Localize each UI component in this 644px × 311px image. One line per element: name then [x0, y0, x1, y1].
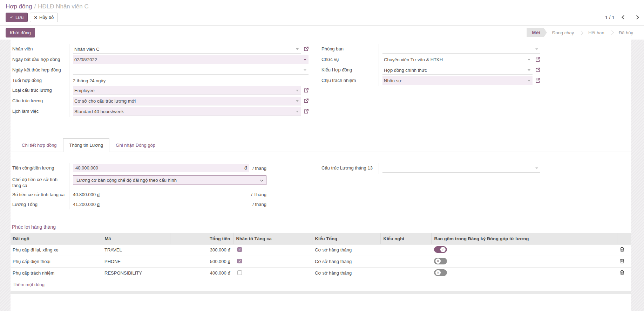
add-row-link[interactable]: Thêm một dòng [11, 279, 47, 290]
salary-structure-field[interactable]: Cơ sở cho cấu trúc lương mới [73, 97, 301, 105]
table-row[interactable]: Phụ cấp trách nhiệm RESPONSIBILITY 400.0… [11, 267, 631, 279]
tab-contribution-register[interactable]: Ghi nhận Đóng góp [109, 138, 162, 152]
status-step-cancelled[interactable]: Đã hủy [614, 28, 638, 37]
dropdown-caret-icon[interactable] [304, 69, 306, 71]
delete-row-icon[interactable] [620, 247, 624, 252]
month13-structure-field[interactable] [382, 164, 540, 173]
start-date-field[interactable]: 02/08/2022 [73, 55, 309, 64]
included-toggle[interactable]: × [434, 269, 447, 276]
benefit-code: TRAVEL [102, 244, 170, 256]
benefit-leave-type [380, 244, 431, 256]
select-chevron-icon [260, 178, 264, 181]
field-label-wage: Tiền công/tiền lương [12, 163, 69, 175]
included-toggle[interactable]: × [434, 258, 447, 264]
dropdown-caret-icon[interactable] [296, 100, 299, 102]
field-label-month13-structure: Cấu trúc Lương tháng 13 [321, 163, 379, 174]
statusbar-steps: Mới Đang chạy Hết hạn Đã hủy [527, 28, 638, 37]
col-header-amount[interactable]: Tổng tiền [170, 233, 233, 244]
dropdown-caret-icon[interactable] [296, 48, 299, 50]
benefits-table: Đãi ngộ Mã Tổng tiền Nhân tố Tăng ca Kiể… [11, 233, 631, 279]
field-label-start-date: Ngày bắt đầu hợp đồng [12, 55, 69, 65]
col-header-leave-type[interactable]: Kiểu nghỉ [380, 233, 431, 244]
ot-base-amount-value: 40.800.000 đ / Tháng [73, 191, 266, 197]
breadcrumb-parent-link[interactable]: Hợp đồng [6, 3, 32, 10]
external-link-icon[interactable] [535, 68, 540, 72]
discard-button[interactable]: × Hủy bỏ [30, 13, 58, 22]
col-header-ot-factor[interactable]: Nhân tố Tăng ca [233, 233, 312, 244]
ot-factor-checkbox[interactable] [237, 247, 242, 252]
tab-contract-details[interactable]: Chi tiết hợp đồng [15, 138, 63, 152]
save-button[interactable]: ✓ Lưu [6, 13, 28, 22]
dropdown-caret-icon[interactable] [528, 59, 530, 61]
benefit-name: Phụ cấp trách nhiệm [11, 267, 102, 279]
dropdown-caret-icon[interactable] [528, 69, 530, 71]
total-salary-unit: / tháng [252, 202, 266, 207]
ot-base-mode-select[interactable]: Lương cơ bản cộng chế độ đãi ngộ theo cấ… [73, 175, 266, 185]
form-statusbar: Khởi động Mới Đang chạy Hết hạn Đã hủy [0, 26, 644, 40]
table-row[interactable]: Phụ cấp đi lại, xăng xe TRAVEL 300.000đ … [11, 244, 631, 256]
delete-row-icon[interactable] [620, 258, 624, 263]
structure-type-field[interactable]: Employee [73, 86, 301, 95]
currency-symbol: đ [228, 270, 230, 276]
external-link-icon[interactable] [304, 88, 309, 93]
dropdown-caret-icon[interactable] [296, 111, 299, 112]
delete-row-icon[interactable] [620, 270, 624, 275]
pager-next-icon[interactable] [635, 15, 639, 20]
currency-symbol: đ [97, 202, 100, 207]
tab-salary-information[interactable]: Thông tin Lương [63, 138, 110, 152]
pager-previous-icon[interactable] [622, 15, 626, 20]
benefit-code: PHONE [102, 256, 170, 267]
step-chevron-icon [609, 30, 614, 35]
step-chevron-icon [579, 30, 583, 35]
benefit-name: Phụ cấp đi lại, xăng xe [11, 244, 102, 256]
salary-group: Tiền công/tiền lương 40.000.000 đ / thán… [12, 163, 309, 209]
dropdown-caret-icon[interactable] [535, 167, 538, 169]
ot-factor-checkbox[interactable] [237, 259, 242, 263]
status-step-expired[interactable]: Hết hạn [583, 28, 610, 37]
currency-symbol: đ [228, 247, 230, 253]
job-position-field[interactable]: Chuyên viên Tư vấn & HTKH [382, 55, 533, 64]
breadcrumb-separator: / [34, 3, 36, 10]
pager: 1 / 1 [605, 15, 638, 20]
start-contract-button[interactable]: Khởi động [6, 28, 35, 37]
left-field-group: Nhân viên Nhân viên C Ngày bắt đầu hợp đ… [12, 44, 309, 117]
end-date-field[interactable] [73, 66, 309, 75]
external-link-icon[interactable] [304, 98, 309, 103]
field-label-contract-type: Kiểu Hợp đồng [321, 65, 379, 76]
responsible-field[interactable]: Nhân sự [382, 76, 533, 85]
status-step-running[interactable]: Đang chạy [547, 28, 579, 37]
contract-type-field[interactable]: Hợp đồng chính thức [382, 66, 533, 75]
department-field[interactable] [382, 45, 540, 54]
total-salary-value: 41.200.000 đ / tháng [73, 200, 266, 207]
dropdown-caret-icon[interactable] [304, 59, 306, 61]
included-toggle[interactable]: ✓ [434, 246, 447, 253]
external-link-icon[interactable] [304, 109, 309, 114]
pager-value: 1 / 1 [605, 15, 615, 20]
ot-base-unit: / Tháng [251, 192, 266, 197]
status-step-new[interactable]: Mới [527, 28, 547, 37]
col-header-included[interactable]: Bao gồm trong Đăng ký Đóng góp từ lương [431, 233, 617, 244]
col-header-total-type[interactable]: Kiểu Tổng [312, 233, 380, 244]
col-header-code[interactable]: Mã [102, 233, 170, 244]
currency-symbol: đ [97, 192, 100, 197]
ot-factor-checkbox[interactable] [237, 270, 242, 275]
wage-input[interactable]: 40.000.000 đ [73, 164, 249, 172]
horizontal-scrollbar[interactable] [11, 291, 631, 294]
external-link-icon[interactable] [304, 47, 309, 51]
notebook-tabs: Chi tiết hợp đồng Thông tin Lương Ghi nh… [11, 138, 631, 152]
wage-unit: / tháng [252, 166, 266, 171]
dropdown-caret-icon[interactable] [296, 90, 299, 91]
table-row[interactable]: Phụ cấp điện thoại PHONE 500.000đ Cơ sở … [11, 256, 631, 267]
dropdown-caret-icon[interactable] [528, 80, 530, 82]
working-schedule-field[interactable]: Standard 40 hours/week [73, 107, 301, 116]
check-icon: ✓ [10, 14, 13, 20]
external-link-icon[interactable] [535, 57, 540, 62]
col-header-actions [617, 233, 631, 244]
employee-field[interactable]: Nhân viên C [73, 45, 301, 54]
field-label-working-schedule: Lịch làm việc [12, 106, 69, 117]
field-label-salary-structure: Cấu trúc lương [12, 96, 69, 106]
dropdown-caret-icon[interactable] [535, 48, 538, 50]
col-header-benefit[interactable]: Đãi ngộ [11, 233, 102, 244]
field-label-total-salary: Lương Tổng [12, 200, 69, 209]
external-link-icon[interactable] [535, 78, 540, 83]
